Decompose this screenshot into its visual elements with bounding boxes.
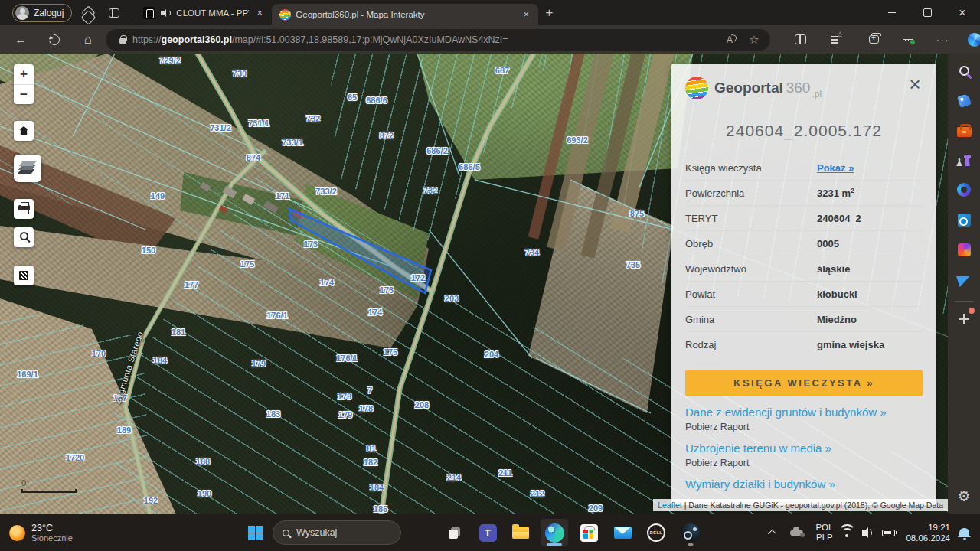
taskbar-app-mail[interactable]: [609, 519, 636, 546]
map-print-button[interactable]: [14, 199, 34, 219]
workspaces-glyph: [81, 5, 95, 19]
split-screen-icon[interactable]: [789, 29, 812, 51]
sidebar-settings-button[interactable]: [952, 484, 976, 508]
map-zoom-out-button[interactable]: [14, 84, 34, 104]
settings-more-icon[interactable]: [931, 29, 954, 51]
copilot-icon[interactable]: [963, 29, 980, 51]
sidebar-customize-button[interactable]: [952, 307, 976, 331]
new-tab-button[interactable]: [538, 3, 560, 23]
back-button[interactable]: [9, 29, 32, 51]
map-measure-button[interactable]: [14, 266, 34, 285]
scale-bar: [21, 489, 77, 493]
tab-close-icon[interactable]: [520, 8, 532, 21]
taskbar-search-field[interactable]: Wyszukaj: [273, 520, 401, 545]
weather-widget[interactable]: 23°C Słonecznie: [9, 523, 124, 543]
map-layers-button[interactable]: [14, 155, 41, 182]
ksiega-wieczysta-button[interactable]: KSIĘGA WIECZYSTA »: [685, 370, 923, 396]
parcel-label: 733/1: [282, 138, 303, 147]
sidebar-search-icon[interactable]: [952, 58, 976, 83]
parcel-label: 150: [142, 246, 155, 255]
clock-widget[interactable]: 19:21 08.06.2024: [906, 522, 950, 543]
sidebar-m365-icon[interactable]: [952, 178, 976, 202]
taskbar-app-explorer[interactable]: [507, 519, 534, 546]
sidebar-toolbox-icon[interactable]: [952, 118, 976, 142]
taskbar-app-store[interactable]: [575, 519, 603, 546]
home-button[interactable]: [77, 29, 100, 51]
teams-icon: [479, 524, 497, 542]
tab-geoportal[interactable]: Geoportal360.pl - Mapa Interakty: [272, 4, 538, 25]
favorite-star-icon[interactable]: [746, 31, 763, 48]
parcel-label: 732: [306, 114, 320, 123]
window-minimize-button[interactable]: [874, 0, 910, 25]
start-button[interactable]: [241, 519, 269, 546]
volume-icon[interactable]: [862, 530, 867, 536]
url-field[interactable]: https://geoportal360.pl/map/#l:51.00387,…: [106, 29, 770, 51]
url-text[interactable]: https://geoportal360.pl/map/#l:51.00387,…: [132, 34, 714, 45]
sidebar-outlook-icon[interactable]: [952, 207, 976, 232]
taskbar-app-taskview[interactable]: [440, 519, 468, 546]
report-link[interactable]: Wymiary działki i budynków »: [685, 478, 923, 491]
parcel-label: 214: [447, 473, 461, 482]
show-kw-link[interactable]: Pokaż »: [817, 162, 854, 174]
parcel-label: 190: [198, 489, 211, 498]
notification-bell-icon[interactable]: [959, 528, 969, 537]
browser-essentials-icon[interactable]: [897, 29, 920, 51]
taskbar-app-teams[interactable]: [474, 519, 501, 546]
workspaces-icon[interactable]: [78, 4, 98, 22]
sidebar-divider: [955, 301, 973, 302]
tab-actions-icon[interactable]: [104, 4, 124, 22]
language-indicator[interactable]: POL PLP: [815, 523, 833, 543]
parcel-label: 693/2: [567, 135, 588, 145]
tray-chevron-icon[interactable]: [768, 530, 776, 538]
map-canvas[interactable]: 729/2730687686/665732731/1731/2872686/26…: [0, 54, 948, 514]
geoportal-logo[interactable]: Geoportal360.pl: [685, 74, 923, 102]
sidebar-games-icon[interactable]: [952, 148, 976, 172]
tab-close-icon[interactable]: [253, 7, 266, 19]
sidebar-shopping-icon[interactable]: [952, 88, 976, 112]
taskbar-app-dell[interactable]: [642, 519, 670, 546]
taskbar-app-edge[interactable]: [541, 519, 568, 546]
map-search-button[interactable]: [14, 227, 34, 247]
profile-login-button[interactable]: Zaloguj: [12, 4, 72, 22]
attribute-label: Województwo: [685, 263, 817, 275]
window-close-button[interactable]: [945, 0, 980, 25]
lock-icon[interactable]: [119, 38, 126, 44]
vertical-tabs-glyph: [109, 8, 119, 18]
report-link[interactable]: Dane z ewidencji gruntów i budynków »: [685, 406, 923, 419]
report-sublabel[interactable]: Pobierz Raport: [685, 422, 923, 432]
sun-icon: [9, 525, 25, 541]
parcel-attribute-row: Powierzchnia3231 m2: [685, 181, 923, 206]
panel-close-icon[interactable]: [904, 74, 926, 96]
taskbar-app-steam[interactable]: [677, 519, 704, 546]
parcel-label: 731/2: [210, 123, 231, 132]
parcel-label: 169/1: [17, 370, 38, 379]
wifi-icon[interactable]: [845, 534, 848, 537]
report-sublabel[interactable]: Pobierz Raport: [685, 458, 923, 468]
map-home-button[interactable]: [14, 121, 34, 141]
parcel-label: 170: [92, 349, 106, 358]
edge-sidebar: [948, 54, 980, 514]
add-to-collection-icon[interactable]: [862, 29, 885, 51]
window-restore-button[interactable]: [910, 0, 945, 25]
parcel-attribute-row: Księga wieczystaPokaż »: [685, 155, 923, 181]
map-zoom-in-button[interactable]: [14, 64, 34, 84]
designer-icon: [958, 243, 971, 256]
collections-icon[interactable]: [825, 29, 848, 51]
sidebar-drop-icon[interactable]: [952, 267, 976, 292]
onedrive-icon[interactable]: [790, 530, 803, 536]
report-link[interactable]: Uzbrojenie terenu w media »: [685, 442, 923, 455]
read-aloud-icon[interactable]: [721, 31, 738, 48]
parcel-label: 211: [498, 468, 512, 478]
leaflet-link[interactable]: Leaflet: [658, 500, 682, 510]
sidebar-designer-icon[interactable]: [952, 237, 976, 262]
tab-audio-icon[interactable]: [161, 8, 172, 18]
parcel-label: 175: [384, 347, 397, 357]
parcel-label: 875: [630, 209, 644, 218]
battery-icon[interactable]: [882, 530, 895, 536]
sidebar-icons: [952, 54, 976, 292]
parcel-label: 173: [380, 285, 394, 295]
refresh-button[interactable]: [43, 29, 66, 51]
tab-clout-mma[interactable]: CLOUT MMA - PPV: [136, 0, 272, 25]
parcel-label: 192: [144, 496, 158, 505]
tab-separator: [132, 6, 132, 20]
